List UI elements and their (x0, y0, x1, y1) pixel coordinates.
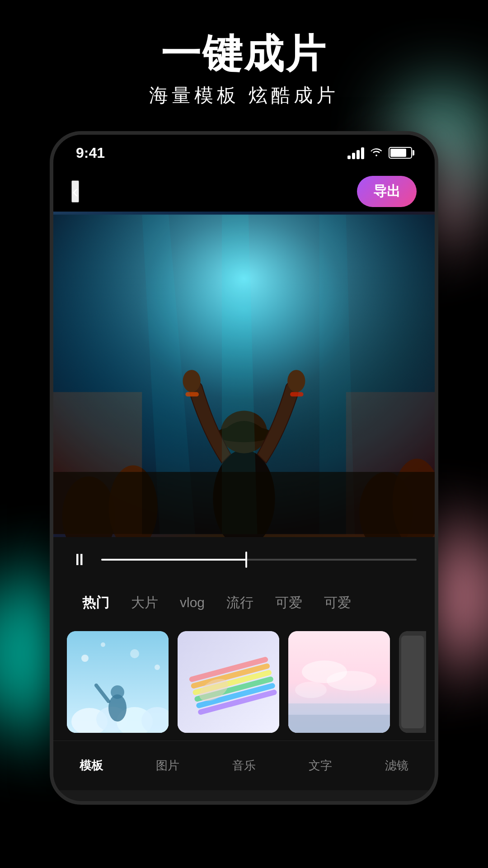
status-time: 9:41 (76, 145, 105, 161)
svg-rect-11 (185, 392, 198, 396)
top-section: 一键成片 海量模板 炫酷成片 (0, 0, 488, 140)
template-thumb-2[interactable] (178, 631, 279, 733)
timeline-played (101, 559, 246, 561)
bottom-nav-image-label: 图片 (156, 758, 179, 774)
pause-button[interactable]: ⏸ (71, 550, 88, 569)
category-tab-3[interactable]: 流行 (216, 590, 264, 616)
svg-point-41 (327, 671, 376, 691)
template-thumb-1[interactable] (67, 631, 169, 733)
category-tab-1[interactable]: 大片 (120, 590, 169, 616)
back-button[interactable]: ‹ (71, 180, 79, 203)
bottom-nav-template-label: 模板 (80, 758, 103, 774)
svg-rect-12 (290, 392, 303, 396)
svg-rect-18 (53, 472, 435, 534)
timeline-track[interactable] (101, 559, 417, 561)
svg-point-10 (287, 370, 305, 392)
timeline-cursor (245, 552, 247, 568)
main-title: 一键成片 (161, 32, 327, 76)
bottom-nav-music-label: 音乐 (232, 758, 256, 774)
signal-icon (347, 146, 364, 159)
svg-point-21 (101, 642, 105, 647)
bottom-nav: 模板 图片 音乐 文字 滤镜 (53, 741, 435, 790)
phone-frame: 9:41 ‹ 导出 (50, 131, 438, 805)
concert-scene (53, 212, 435, 537)
svg-point-22 (130, 649, 139, 658)
template-thumb-3[interactable] (288, 631, 390, 733)
svg-rect-46 (401, 636, 424, 728)
battery-icon (389, 147, 412, 159)
templates-row (53, 623, 435, 741)
category-tab-2[interactable]: vlog (169, 591, 216, 614)
svg-rect-44 (288, 715, 390, 733)
bottom-nav-image[interactable]: 图片 (156, 758, 179, 774)
bottom-nav-template[interactable]: 模板 (80, 758, 103, 774)
playback-bar: ⏸ (53, 537, 435, 582)
bottom-nav-text[interactable]: 文字 (309, 758, 332, 774)
svg-point-42 (295, 682, 327, 698)
bottom-nav-filter[interactable]: 滤镜 (385, 758, 408, 774)
export-button[interactable]: 导出 (357, 176, 417, 207)
bottom-nav-filter-label: 滤镜 (385, 758, 408, 774)
bottom-nav-text-label: 文字 (309, 758, 332, 774)
sub-title: 海量模板 炫酷成片 (149, 83, 339, 108)
status-bar: 9:41 (53, 135, 435, 171)
svg-point-20 (81, 655, 89, 662)
category-tab-4[interactable]: 可爱 (264, 590, 313, 616)
svg-point-23 (155, 665, 160, 670)
svg-point-9 (183, 370, 201, 392)
category-tab-0[interactable]: 热门 (71, 590, 120, 616)
svg-point-29 (111, 685, 124, 699)
category-tab-5[interactable]: 可爱 (313, 590, 362, 616)
video-area (53, 212, 435, 537)
nav-bar: ‹ 导出 (53, 171, 435, 212)
category-tabs: 热门 大片 vlog 流行 可爱 可爱 (53, 582, 435, 623)
bottom-nav-music[interactable]: 音乐 (232, 758, 256, 774)
wifi-icon (370, 146, 383, 160)
status-icons (347, 146, 412, 160)
template-thumb-partial[interactable] (399, 631, 426, 733)
